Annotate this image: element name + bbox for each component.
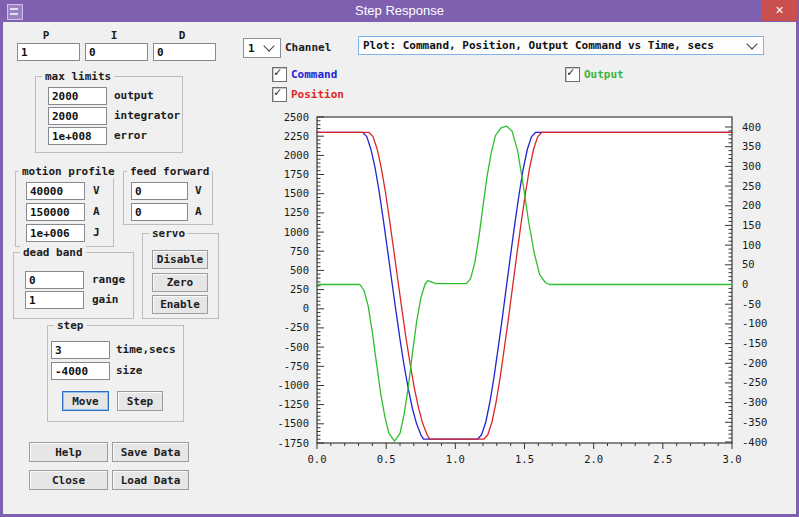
close-icon[interactable]: × xyxy=(762,0,797,21)
load-data-button[interactable]: Load Data xyxy=(112,470,189,490)
dead-band-title: dead band xyxy=(20,246,86,259)
max-integrator-label: integrator xyxy=(114,109,180,122)
p-label: P xyxy=(17,29,75,42)
step-time-input[interactable] xyxy=(51,341,110,359)
checkmark-icon: ✓ xyxy=(274,65,281,79)
app-icon xyxy=(7,4,23,20)
max-limits-title: max limits xyxy=(42,70,114,83)
acceleration-label: A xyxy=(93,205,100,218)
ff-acceleration-input[interactable] xyxy=(131,203,188,221)
chevron-down-icon xyxy=(746,38,757,49)
max-output-label: output xyxy=(114,89,154,102)
velocity-input[interactable] xyxy=(26,182,85,200)
command-checkbox[interactable]: ✓ xyxy=(272,67,287,82)
gain-input[interactable] xyxy=(25,291,84,309)
step-time-label: time,secs xyxy=(116,343,176,356)
gain-label: gain xyxy=(92,293,119,306)
range-label: range xyxy=(92,273,125,286)
acceleration-input[interactable] xyxy=(26,203,85,221)
ff-acceleration-label: A xyxy=(195,205,202,218)
position-checkbox-label[interactable]: Position xyxy=(291,88,344,101)
d-label: D xyxy=(153,29,211,42)
ff-velocity-input[interactable] xyxy=(131,182,188,200)
ff-velocity-label: V xyxy=(195,184,202,197)
step-response-window: Step Response × P I D 1 Channel Plot: Co… xyxy=(0,0,799,517)
max-output-input[interactable] xyxy=(48,87,107,105)
d-input[interactable] xyxy=(153,43,216,61)
enable-button[interactable]: Enable xyxy=(152,295,208,314)
plot-select[interactable]: Plot: Command, Position, Output Command … xyxy=(358,36,764,55)
channel-select[interactable]: 1 xyxy=(243,38,281,58)
checkmark-icon: ✓ xyxy=(274,85,281,99)
step-title: step xyxy=(54,319,87,332)
step-button[interactable]: Step xyxy=(117,391,163,411)
i-input[interactable] xyxy=(85,43,148,61)
jerk-label: J xyxy=(93,226,100,239)
output-checkbox-label[interactable]: Output xyxy=(584,68,624,81)
jerk-input[interactable] xyxy=(26,224,85,242)
range-input[interactable] xyxy=(25,271,84,289)
max-integrator-input[interactable] xyxy=(48,107,107,125)
title-bar: Step Response × xyxy=(0,0,799,22)
i-label: I xyxy=(85,29,143,42)
step-size-input[interactable] xyxy=(51,362,110,380)
command-checkbox-label[interactable]: Command xyxy=(291,68,337,81)
position-checkbox[interactable]: ✓ xyxy=(272,87,287,102)
output-checkbox[interactable]: ✓ xyxy=(565,67,580,82)
step-size-label: size xyxy=(116,364,143,377)
zero-button[interactable]: Zero xyxy=(152,273,208,292)
servo-title: servo xyxy=(149,227,188,240)
move-button[interactable]: Move xyxy=(62,391,109,411)
save-data-button[interactable]: Save Data xyxy=(112,442,189,462)
channel-label: Channel xyxy=(285,41,331,54)
close-button[interactable]: Close xyxy=(29,470,108,490)
max-error-label: error xyxy=(114,129,147,142)
checkmark-icon: ✓ xyxy=(567,65,574,79)
help-button[interactable]: Help xyxy=(29,442,108,462)
velocity-label: V xyxy=(93,184,100,197)
chevron-down-icon xyxy=(263,40,274,51)
feed-forward-title: feed forward xyxy=(127,165,212,178)
p-input[interactable] xyxy=(17,43,80,61)
channel-value: 1 xyxy=(244,42,265,55)
motion-profile-title: motion profile xyxy=(19,165,118,178)
plot-select-value: Plot: Command, Position, Output Command … xyxy=(359,39,748,52)
window-title: Step Response xyxy=(0,0,799,22)
disable-button[interactable]: Disable xyxy=(152,250,208,269)
max-error-input[interactable] xyxy=(48,127,107,145)
